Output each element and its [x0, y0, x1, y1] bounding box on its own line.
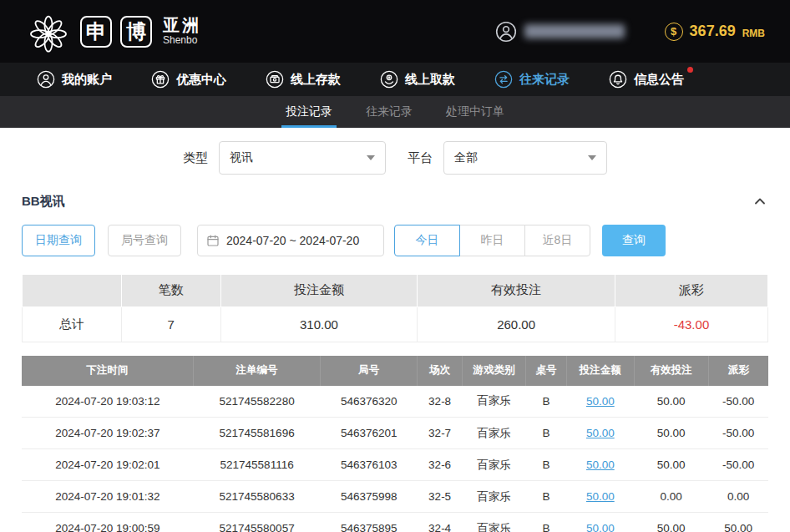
nav-item-records[interactable]: 往来记录	[494, 70, 570, 89]
cell-bet-time: 2024-07-20 19:00:59	[22, 513, 194, 532]
tab-bet-records[interactable]: 投注记录	[281, 96, 337, 128]
deposit-circle-icon	[266, 70, 284, 89]
table-row: 2024-07-20 19:01:32521745580633546375998…	[22, 481, 768, 513]
round-query-button[interactable]: 局号查询	[108, 225, 181, 256]
header-payout: 派彩	[708, 356, 768, 386]
bet-amount-link[interactable]: 50.00	[586, 522, 615, 532]
cell-table-number: B	[525, 386, 566, 418]
chevron-up-icon[interactable]	[752, 193, 768, 210]
summary-header-blank	[23, 275, 122, 307]
cell-table-number: B	[525, 513, 566, 532]
summary-bet-amount: 310.00	[220, 307, 418, 342]
summary-header-bet-amount: 投注金额	[220, 275, 418, 307]
cell-bet-number: 521745581116	[194, 449, 321, 481]
balance-display[interactable]: $ 367.69 RMB	[665, 23, 765, 41]
cell-table-number: B	[525, 481, 566, 513]
cell-round-number: 546376201	[321, 418, 418, 449]
cell-bet-amount: 50.00	[567, 481, 634, 513]
cell-bet-amount: 50.00	[567, 386, 634, 418]
last-8-days-button[interactable]: 近8日	[524, 225, 590, 256]
dollar-circle-icon: $	[665, 23, 683, 41]
summary-header-payout: 派彩	[615, 275, 767, 307]
cell-payout: 50.00	[708, 513, 768, 532]
nav-label: 优惠中心	[176, 72, 226, 88]
cell-round-number: 546375998	[321, 481, 418, 513]
summary-payout: -43.00	[615, 307, 767, 342]
type-select-value: 视讯	[230, 150, 253, 165]
tab-processing-orders[interactable]: 处理中订单	[442, 96, 509, 128]
withdraw-circle-icon	[380, 70, 398, 89]
cell-game-type: 百家乐	[462, 513, 525, 532]
summary-total-row: 总计 7 310.00 260.00 -43.00	[23, 307, 768, 342]
tab-transaction-records[interactable]: 往来记录	[362, 96, 417, 128]
date-query-button[interactable]: 日期查询	[22, 225, 95, 256]
cell-bet-amount: 50.00	[567, 513, 634, 532]
date-range-value: 2024-07-20 ~ 2024-07-20	[226, 234, 359, 247]
nav-item-promotions[interactable]: 优惠中心	[151, 70, 226, 89]
cell-valid-bet: 50.00	[634, 449, 708, 481]
cell-bet-time: 2024-07-20 19:02:37	[22, 418, 194, 449]
summary-valid-bet: 260.00	[418, 307, 615, 342]
lotus-flower-icon	[25, 8, 72, 55]
nav-item-withdraw[interactable]: 线上取款	[380, 70, 455, 89]
nav-item-announcements[interactable]: 信息公告	[609, 70, 684, 89]
quick-date-group: 今日 昨日 近8日	[394, 225, 590, 256]
bet-amount-link[interactable]: 50.00	[586, 395, 615, 408]
chevron-down-icon	[588, 155, 596, 160]
cell-payout: -50.00	[708, 449, 768, 481]
cell-bet-number: 521745580633	[194, 481, 321, 513]
cell-valid-bet: 50.00	[634, 386, 708, 418]
nav-label: 线上取款	[405, 72, 455, 88]
cell-bet-time: 2024-07-20 19:03:12	[22, 386, 194, 418]
cell-session: 32-4	[418, 513, 463, 532]
cell-round-number: 546375895	[321, 513, 418, 532]
cell-session: 32-8	[418, 386, 463, 418]
cell-payout: -50.00	[708, 418, 768, 449]
header-round-number: 局号	[321, 356, 418, 386]
query-toolbar: 日期查询 局号查询 2024-07-20 ~ 2024-07-20 今日 昨日 …	[22, 211, 768, 260]
header-table-number: 桌号	[525, 356, 566, 386]
summary-count: 7	[121, 307, 220, 342]
brand-logo[interactable]: 申 博 亚洲 Shenbo	[25, 8, 201, 55]
calendar-icon	[206, 234, 220, 247]
bell-circle-icon	[609, 70, 627, 89]
cell-bet-number: 521745581696	[194, 418, 321, 449]
header-bet-time: 下注时间	[22, 356, 194, 386]
cell-bet-time: 2024-07-20 19:01:32	[22, 481, 194, 513]
cell-bet-amount: 50.00	[567, 449, 634, 481]
cell-table-number: B	[525, 449, 566, 481]
nav-item-my-account[interactable]: 我的账户	[37, 70, 112, 89]
logo-subtitle: Shenbo	[163, 35, 201, 47]
header-bet-number: 注单编号	[194, 356, 321, 386]
nav-item-deposit[interactable]: 线上存款	[266, 70, 341, 89]
today-button[interactable]: 今日	[394, 225, 460, 256]
bet-amount-link[interactable]: 50.00	[586, 490, 615, 503]
nav-label: 信息公告	[634, 72, 684, 88]
cell-game-type: 百家乐	[462, 481, 525, 513]
table-row: 2024-07-20 19:02:01521745581116546376103…	[22, 449, 768, 481]
bet-amount-link[interactable]: 50.00	[586, 427, 615, 439]
cell-round-number: 546376103	[321, 449, 418, 481]
nav-label: 我的账户	[62, 72, 112, 88]
table-row: 2024-07-20 19:00:59521745580057546375895…	[22, 513, 768, 532]
table-row: 2024-07-20 19:02:37521745581696546376201…	[22, 418, 768, 449]
cell-bet-time: 2024-07-20 19:02:01	[22, 449, 194, 481]
section-header: BB视讯	[22, 185, 768, 211]
bet-amount-link[interactable]: 50.00	[586, 459, 615, 471]
bet-records-table: 下注时间 注单编号 局号 场次 游戏类别 桌号 投注金额 有效投注 派彩 202…	[22, 356, 768, 532]
summary-total-label: 总计	[23, 307, 122, 342]
platform-select[interactable]: 全部	[443, 141, 607, 175]
search-button[interactable]: 查询	[602, 225, 666, 256]
cell-game-type: 百家乐	[462, 449, 525, 481]
content: 类型 视讯 平台 全部 BB视讯 日期查询 局号查询 2024-07-20 ~	[0, 128, 790, 532]
bet-table-body: 2024-07-20 19:03:12521745582280546376320…	[22, 386, 768, 532]
yesterday-button[interactable]: 昨日	[459, 225, 525, 256]
type-select[interactable]: 视讯	[219, 141, 386, 175]
cell-bet-number: 521745580057	[194, 513, 321, 532]
filter-row: 类型 视讯 平台 全部	[22, 128, 768, 185]
cell-session: 32-5	[418, 481, 463, 513]
user-account[interactable]	[495, 21, 625, 43]
date-range-input[interactable]: 2024-07-20 ~ 2024-07-20	[197, 225, 384, 256]
records-circle-icon	[494, 70, 513, 89]
logo-char-bo: 博	[120, 16, 152, 48]
